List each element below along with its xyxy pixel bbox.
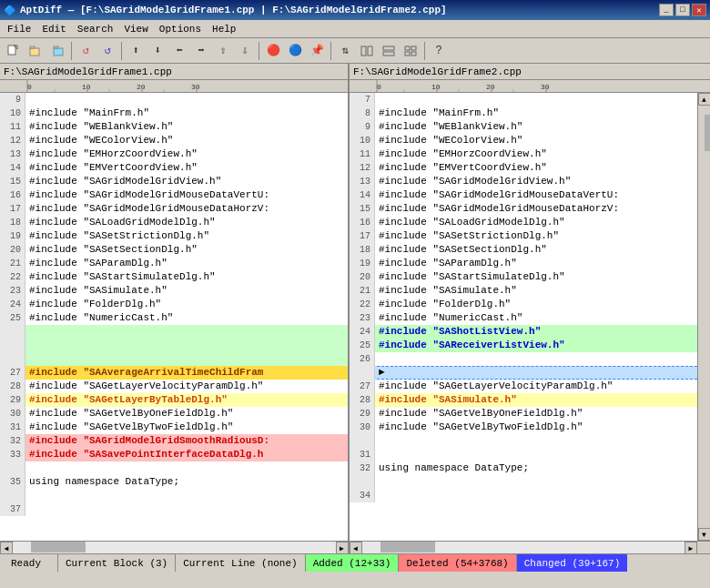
menu-help[interactable]: Help (207, 22, 241, 36)
line-content: #include "EMVertCoordView.h" (25, 161, 348, 175)
line-content: using namespace DataType; (375, 461, 697, 475)
line-number: 30 (350, 421, 375, 434)
tb-new[interactable] (4, 41, 24, 61)
left-code-area[interactable]: 910#include "MainFrm.h"11#include "WEBla… (0, 93, 348, 541)
code-line: 17#include "SAGridModelGridMouseDataHorz… (0, 202, 348, 216)
tb-copy-left[interactable]: ⬅ (169, 41, 189, 61)
right-hscrollbar[interactable]: ◀ ▶ (350, 542, 698, 553)
line-number: 16 (0, 188, 25, 202)
line-content: #include "SAGetLayerByTableDlg.h" (25, 393, 348, 407)
tb-help[interactable]: ? (429, 41, 449, 61)
tb-view3[interactable] (401, 41, 421, 61)
menu-search[interactable]: Search (72, 22, 119, 36)
tb-prev-diff[interactable]: ⬆ (126, 41, 146, 61)
tb-open2[interactable] (47, 41, 67, 61)
line-number (0, 325, 25, 339)
line-content (375, 93, 697, 106)
titlebar: 🔷 AptDiff — [F:\SAGridModelGridFrame1.cp… (0, 0, 710, 20)
minimize-button[interactable]: _ (659, 4, 674, 16)
tb-refresh1[interactable]: ↺ (76, 41, 96, 61)
tb-view1[interactable] (357, 41, 377, 61)
menu-edit[interactable]: Edit (36, 22, 71, 36)
line-number: 10 (0, 106, 25, 120)
code-line (0, 339, 348, 352)
code-line: 12#include "EMVertCoordView.h" (350, 161, 697, 175)
tb-added[interactable]: 🔴 (263, 41, 283, 61)
tb-deleted[interactable]: 🔵 (285, 41, 305, 61)
svg-rect-6 (361, 46, 366, 56)
tb-next-diff[interactable]: ⬇ (147, 41, 167, 61)
tb-view2[interactable] (379, 41, 399, 61)
tb-open1[interactable] (25, 41, 46, 61)
code-line: 30#include "SAGetVelByOneFieldDlg.h" (0, 407, 348, 421)
line-number: 21 (0, 257, 25, 270)
tb-refresh2[interactable]: ↺ (97, 41, 117, 61)
tb-sync[interactable]: ⇅ (335, 41, 355, 61)
line-number (350, 434, 375, 448)
menu-view[interactable]: View (118, 22, 153, 36)
tb-go[interactable]: 📌 (307, 41, 327, 61)
menu-options[interactable]: Options (154, 22, 207, 36)
line-content: #include "NumericCast.h" (375, 311, 697, 325)
svg-text:30: 30 (541, 83, 550, 91)
svg-text:10: 10 (82, 83, 91, 91)
scroll-up-button[interactable]: ▲ (698, 93, 711, 106)
line-content: #include "WEBlankView.h" (375, 120, 697, 134)
line-number: 32 (0, 434, 25, 448)
vertical-scrollbar[interactable]: ▲ ▼ (697, 93, 710, 541)
line-number: 14 (0, 161, 25, 175)
line-number (350, 366, 375, 380)
tb-copy-right[interactable]: ➡ (191, 41, 211, 61)
code-line: 16#include "SAGridModelGridMouseDataVert… (0, 188, 348, 202)
scroll-down-button[interactable]: ▼ (698, 528, 711, 541)
left-panel: 910#include "MainFrm.h"11#include "WEBla… (0, 93, 350, 541)
right-path-bar: F:\SAGridModelGridFrame2.cpp (350, 64, 697, 80)
code-line: 33#include "SASavePointInterfaceDataDlg.… (0, 448, 348, 461)
line-content: #include "SAGetVelByOneFieldDlg.h" (375, 407, 697, 421)
line-content: #include "SAStartSimulateDlg.h" (25, 270, 348, 284)
line-number: 22 (0, 270, 25, 284)
line-number: 11 (0, 120, 25, 134)
svg-text:0: 0 (27, 83, 32, 91)
line-content: #include "SAGetLayerVelocityParamDlg.h" (375, 380, 697, 393)
code-line (0, 325, 348, 339)
scroll-thumb[interactable] (705, 115, 711, 151)
line-number: 9 (0, 93, 25, 106)
menu-file[interactable]: File (2, 22, 36, 36)
svg-rect-12 (405, 52, 410, 56)
code-line: 35using namespace DataType; (0, 475, 348, 489)
svg-rect-3 (30, 46, 35, 48)
code-line: 24#include "FolderDlg.h" (0, 298, 348, 311)
close-button[interactable]: ✕ (692, 4, 706, 16)
scroll-right-button-1[interactable]: ▶ (336, 542, 349, 554)
svg-rect-8 (383, 46, 394, 50)
left-hscrollbar[interactable]: ◀ ▶ (0, 542, 350, 553)
line-number: 31 (350, 448, 375, 461)
tb-next-change[interactable]: ⇩ (235, 41, 255, 61)
line-number: 29 (350, 407, 375, 421)
code-line: 29#include "SAGetVelByOneFieldDlg.h" (350, 407, 697, 421)
svg-rect-13 (411, 52, 416, 56)
status-changed: Changed (39+167) (517, 554, 628, 572)
maximize-button[interactable]: □ (675, 4, 690, 16)
scroll-left-button-2[interactable]: ◀ (350, 542, 362, 554)
line-content: #include "SAReceiverListView.h" (375, 339, 697, 352)
svg-text:30: 30 (191, 83, 200, 91)
toolbar-separator-1 (71, 42, 72, 60)
line-content (375, 448, 697, 461)
scroll-right-button-2[interactable]: ▶ (685, 542, 697, 554)
line-content: #include "SAGridModelGridView.h" (375, 175, 697, 188)
line-number: 21 (350, 284, 375, 298)
scroll-left-button-1[interactable]: ◀ (0, 542, 13, 554)
left-ruler: 0 10 20 30 (0, 80, 350, 93)
tb-prev-change[interactable]: ⇧ (213, 41, 233, 61)
svg-text:20: 20 (137, 83, 146, 91)
line-number (0, 339, 25, 352)
line-content: #include "WEColorView.h" (25, 134, 348, 147)
line-number: 26 (350, 352, 375, 366)
titlebar-controls: _ □ ✕ (659, 4, 706, 16)
line-content (375, 434, 697, 448)
code-line (0, 489, 348, 502)
code-line: 30#include "SAGetVelByTwoFieldDlg.h" (350, 421, 697, 434)
right-code-area[interactable]: 78#include "MainFrm.h"9#include "WEBlank… (350, 93, 697, 541)
